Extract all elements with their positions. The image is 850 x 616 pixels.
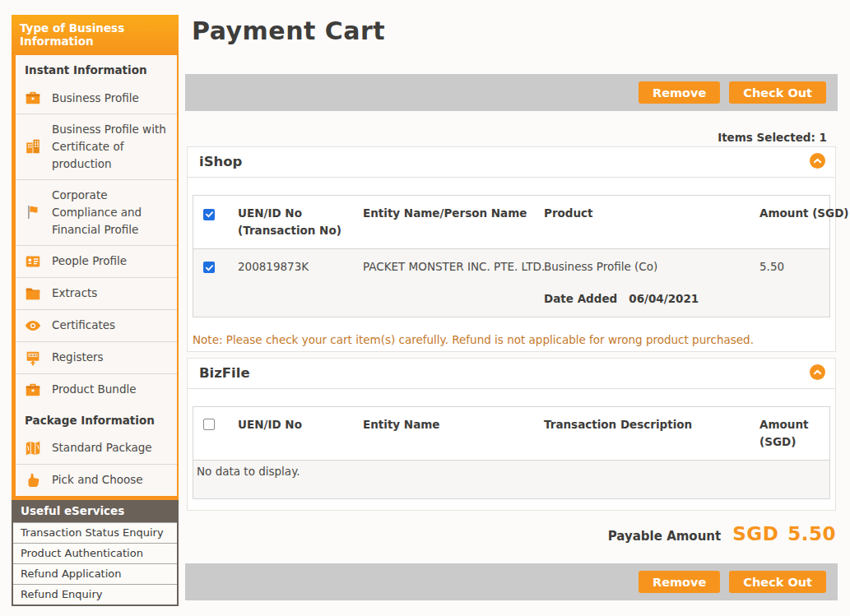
sidebar-item-label: Corporate Compliance and Financial Profi…: [52, 187, 170, 239]
select-all-checkbox[interactable]: [203, 209, 215, 220]
eservice-refund-application[interactable]: Refund Application: [13, 563, 177, 584]
top-toolbar: Remove Check Out: [185, 74, 838, 111]
cell-entity-name: PACKET MONSTER INC. PTE. LTD.: [356, 249, 537, 317]
date-added-value: 06/04/2021: [629, 290, 699, 308]
product-name: Business Profile (Co): [544, 258, 746, 276]
cell-amount: 5.50: [753, 249, 829, 317]
payable-amount: Payable Amount SGD 5.50: [608, 523, 836, 544]
sidebar-item-label: People Profile: [52, 252, 127, 270]
sidebar-item-people-profile[interactable]: People Profile: [16, 245, 177, 277]
sidebar-item-certificates[interactable]: Certificates: [16, 309, 177, 341]
column-header-amount: Amount (SGD): [753, 407, 829, 460]
ishop-title: iShop: [199, 154, 242, 169]
sidebar-item-business-profile[interactable]: Business Profile: [16, 82, 177, 113]
cell-product: Business Profile (Co) Date Added 06/04/2…: [537, 249, 753, 317]
sidebar-item-label: Business Profile: [52, 90, 139, 107]
bottom-toolbar: Remove Check Out: [185, 563, 838, 600]
bizfile-table-header-row: UEN/ID No Entity Name Transaction Descri…: [193, 407, 829, 460]
date-added-label: Date Added: [544, 290, 617, 308]
eye-icon: [23, 317, 43, 335]
empty-table-message: No data to display.: [193, 460, 829, 498]
ishop-panel-header: iShop: [188, 147, 835, 178]
map-icon: [23, 439, 43, 457]
useful-eservices: Useful eServices Transaction Status Enqu…: [12, 500, 179, 606]
column-header-entity: Entity Name: [356, 407, 537, 460]
select-all-checkbox[interactable]: [203, 419, 215, 430]
main-content: Payment Cart Remove Check Out Items Sele…: [185, 0, 838, 616]
eservice-transaction-status-enquiry[interactable]: Transaction Status Enquiry: [13, 522, 177, 543]
checkout-button[interactable]: Check Out: [729, 81, 826, 104]
row-checkbox[interactable]: [203, 262, 215, 273]
payable-value: 5.50: [787, 523, 836, 544]
sidebar-header: Type of Business Information: [12, 15, 179, 55]
payable-amount-label: Payable Amount: [608, 529, 722, 544]
bizfile-table: UEN/ID No Entity Name Transaction Descri…: [193, 406, 830, 499]
eservice-product-authentication[interactable]: Product Authentication: [13, 543, 177, 563]
useful-eservices-header: Useful eServices: [13, 500, 177, 522]
remove-button[interactable]: Remove: [639, 81, 720, 104]
bizfile-panel-header: BizFile: [188, 359, 835, 389]
sidebar-item-corporate-compliance[interactable]: Corporate Compliance and Financial Profi…: [16, 179, 177, 245]
date-added: Date Added 06/04/2021: [544, 290, 746, 308]
remove-button[interactable]: Remove: [639, 571, 720, 593]
sidebar-section-instant-information: Instant Information: [16, 55, 177, 82]
sidebar-item-label: Certificates: [52, 317, 115, 334]
cart-item-row: 200819873K PACKET MONSTER INC. PTE. LTD.…: [193, 248, 829, 317]
sidebar-section-package-information: Package Information: [16, 405, 177, 433]
folder-icon: [23, 285, 43, 303]
sidebar-item-label: Business Profile with Certificate of pro…: [52, 121, 170, 173]
bizfile-panel: BizFile UEN/ID No Entity Name Transactio…: [187, 358, 836, 511]
briefcase-icon: [23, 381, 43, 399]
column-header-entity: Entity Name/Person Name: [356, 196, 537, 248]
monitor-icon: [23, 349, 43, 367]
page-title: Payment Cart: [192, 16, 385, 45]
sidebar-item-label: Pick and Choose: [52, 471, 143, 489]
sidebar-item-label: Standard Package: [52, 439, 152, 456]
sidebar-item-product-bundle[interactable]: Product Bundle: [16, 373, 177, 405]
bizfile-title: BizFile: [199, 365, 250, 381]
sidebar-item-business-profile-certificate[interactable]: Business Profile with Certificate of pro…: [16, 113, 177, 179]
column-header-uen: UEN/ID No (Transaction No): [231, 196, 356, 248]
sidebar-item-label: Product Bundle: [52, 381, 137, 398]
column-header-product: Product: [537, 196, 753, 248]
cart-note: Note: Please check your cart item(s) car…: [188, 317, 835, 346]
eservice-refund-enquiry[interactable]: Refund Enquiry: [13, 584, 177, 604]
briefcase-icon: [23, 89, 43, 107]
collapse-up-icon[interactable]: [810, 364, 825, 380]
column-header-uen: UEN/ID No: [231, 407, 356, 460]
sidebar-item-label: Extracts: [52, 285, 97, 302]
sidebar-item-pick-and-choose[interactable]: Pick and Choose: [16, 464, 177, 496]
id-card-icon: [23, 252, 43, 271]
column-header-transaction: Transaction Description: [537, 407, 753, 460]
sidebar-item-standard-package[interactable]: Standard Package: [16, 433, 177, 464]
sidebar-item-label: Registers: [52, 349, 104, 366]
sidebar-item-registers[interactable]: Registers: [16, 341, 177, 373]
sidebar-item-extracts[interactable]: Extracts: [16, 277, 177, 309]
checkout-button[interactable]: Check Out: [729, 571, 826, 593]
flag-icon: [23, 203, 43, 221]
column-header-amount: Amount (SGD): [753, 196, 850, 248]
ishop-panel: iShop UEN/ID No (Transaction No) Entity …: [187, 146, 836, 352]
buildings-icon: [23, 137, 43, 155]
hand-icon: [23, 471, 43, 489]
payable-currency: SGD: [732, 523, 778, 544]
ishop-table-header-row: UEN/ID No (Transaction No) Entity Name/P…: [193, 196, 829, 248]
collapse-up-icon[interactable]: [810, 153, 825, 169]
items-selected-count: Items Selected: 1: [718, 131, 827, 144]
ishop-table: UEN/ID No (Transaction No) Entity Name/P…: [193, 195, 830, 317]
sidebar-body: Instant Information Business Profile Bus…: [12, 55, 179, 500]
sidebar: Type of Business Information Instant Inf…: [12, 15, 179, 606]
cell-uen: 200819873K: [231, 249, 356, 317]
